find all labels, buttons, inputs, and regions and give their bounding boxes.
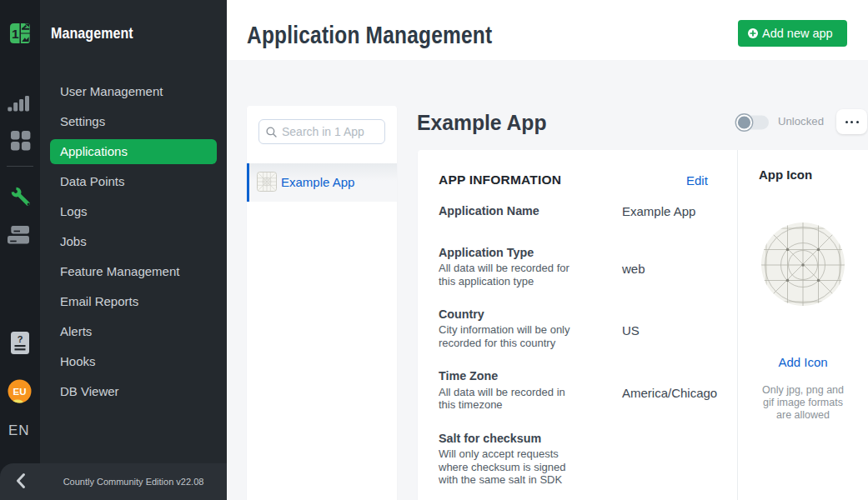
- svg-text:?: ?: [18, 334, 23, 344]
- svg-text:1: 1: [12, 27, 19, 41]
- svg-text:EU: EU: [13, 387, 27, 397]
